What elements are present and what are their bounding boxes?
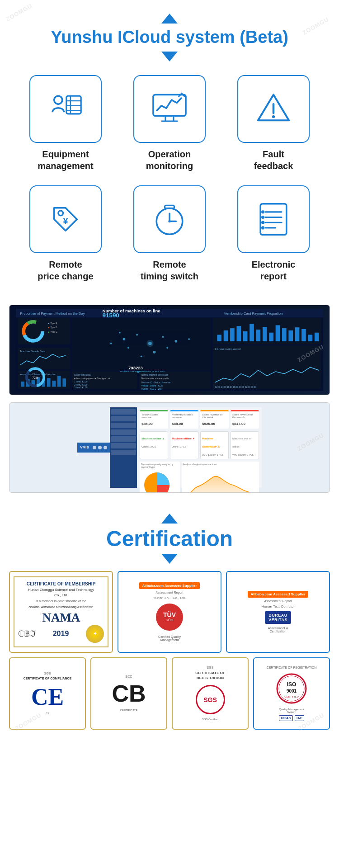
iso-footer: Quality ManagementSystem (279, 708, 304, 713)
equipment-management-icon (45, 89, 86, 129)
ukas-mark: UKAS (279, 715, 293, 721)
svg-rect-44 (72, 318, 211, 370)
machine-outofstock-card: Machine out of stock VMC quantity: 1 PCS (231, 431, 259, 459)
company-name: Hunan Zh... Co., Ltd. (153, 596, 186, 600)
svg-point-51 (153, 351, 156, 354)
svg-point-12 (58, 211, 63, 216)
svg-point-56 (119, 331, 121, 333)
svg-text:Type C: Type C (51, 330, 58, 333)
cert-seal: ✦ (86, 625, 104, 643)
remote-price-change-icon: ¥ (45, 199, 86, 240)
svg-rect-19 (260, 203, 287, 234)
svg-text:9001: 9001 (287, 689, 297, 693)
pie-chart-title: Transaction quantity analysis by payment… (141, 463, 178, 468)
ce-certificate: SGS CERTIFICATE OF COMPLIANCE CE C€ (9, 657, 86, 730)
machine-status-row: Machine online ▲ Online: 1 PCS Machine o… (140, 431, 259, 459)
sgs-logo-text: SGS (203, 696, 217, 703)
assessed-supplier-label: Alibaba.com Assessed Supplier (139, 582, 199, 589)
svg-rect-71 (282, 328, 287, 341)
svg-point-53 (141, 355, 142, 357)
nama-cert-body: Hunan Zhonggu Science and TechnologyCo.,… (28, 587, 94, 610)
transaction-area-chart: Analysis of eight-day transactions (182, 462, 259, 493)
company-name-2: Hunan Te... Co., Ltd. (261, 604, 294, 609)
sidebar-item (111, 416, 136, 421)
svg-text:91590: 91590 (103, 312, 119, 319)
svg-point-48 (162, 336, 164, 338)
feature-fault-feedback: Faultfeedback (228, 75, 319, 172)
certification-section: Certification CERTIFICATE OF MEMBERSHIP … (0, 505, 339, 734)
light-dashboard-sidebar (110, 407, 137, 488)
sidebar-item (111, 436, 136, 442)
ce-small-text: C€ (46, 712, 49, 715)
tuv-description: Certified QualityManagement (158, 635, 181, 642)
sidebar-item (111, 443, 136, 448)
svg-rect-88 (57, 376, 61, 387)
svg-rect-15 (165, 205, 174, 208)
electronic-report-label: Electronicreport (252, 259, 296, 282)
certification-title: Certification (9, 526, 330, 551)
sales-card-yesterday: Yesterday's sales revenue $88.00 (170, 410, 198, 429)
ce-cert-title: CERTIFICATE OF COMPLIANCE (24, 677, 71, 680)
card-label: Yesterday's sales revenue (172, 413, 197, 419)
svg-text:Machine ID | Status | Revenue: Machine ID | Status | Revenue (141, 381, 171, 383)
svg-text:24-hour trading record: 24-hour trading record (215, 348, 241, 350)
equipment-management-label: Equipmentmanagement (38, 148, 93, 172)
cert-top-row: CERTIFICATE OF MEMBERSHIP Hunan Zhonggu … (9, 571, 330, 653)
transaction-pie-chart: Transaction quantity analysis by payment… (140, 462, 179, 493)
light-dashboard-header: VMIS (77, 443, 110, 453)
cb-small-text: CERTIFICATE (120, 709, 138, 712)
nama-cert-header: CERTIFICATE OF MEMBERSHIP (27, 581, 96, 587)
svg-point-54 (188, 338, 190, 340)
dark-dashboard-svg: Proportion of Payment Method on the Day … (13, 309, 326, 391)
svg-rect-72 (288, 330, 293, 341)
operation-monitoring-label: Operationmonitoring (146, 148, 193, 172)
sud-text: SÜD (166, 618, 174, 622)
svg-text:3 Item3 ¥1.50: 3 Item3 ¥1.50 (74, 387, 87, 389)
pie-chart-svg (141, 469, 173, 493)
card-value: $88.00 (172, 422, 183, 426)
svg-text:Proportion of Payment Method o: Proportion of Payment Method on the Day (20, 311, 85, 316)
svg-text:VM002 | Online | ¥98: VM002 | Online | ¥98 (141, 388, 162, 391)
fault-feedback-label: Faultfeedback (254, 148, 293, 172)
watermark: ZOOMGU (296, 432, 325, 452)
svg-point-0 (54, 96, 62, 104)
svg-point-52 (166, 347, 168, 349)
machine-online-count: Online: 1 PCS (141, 445, 156, 448)
tuv-text: TÜV (163, 612, 176, 618)
svg-rect-64 (236, 326, 241, 341)
light-dashboard-image: VMIS Today's Sales revenue $85.00 (9, 402, 330, 493)
features-section: Equipmentmanagement Operationmonitoring (0, 66, 339, 300)
electronic-report-icon (253, 199, 294, 240)
svg-rect-62 (224, 330, 228, 341)
watermark: ZOOMGU (5, 2, 33, 23)
feature-remote-price-change: ¥ Remoteprice change (20, 185, 111, 282)
card-label: Sales revenue of this week (202, 413, 227, 419)
fault-feedback-icon (253, 89, 294, 129)
svg-text:Type A: Type A (51, 322, 57, 324)
sales-card-month: Sales revenue of this month $847.00 (231, 410, 259, 429)
sidebar-item (111, 409, 136, 415)
cb-certificate: BCC CB CERTIFICATE (90, 657, 167, 730)
svg-text:Normal Machine Series List: Normal Machine Series List (141, 374, 168, 376)
svg-text:Machine data summary table: Machine data summary table (141, 377, 170, 380)
bureau-veritas-certificate: Alibaba.com Assessed Supplier Assessment… (226, 571, 330, 653)
svg-text:Analysis of Sales Plan Number: Analysis of Sales Plan Number (20, 373, 56, 375)
svg-rect-89 (62, 378, 66, 387)
area-chart-title: Analysis of eight-day transactions (183, 463, 258, 466)
sidebar-item (111, 423, 136, 428)
machine-online-card: Machine online ▲ Online: 1 PCS (140, 431, 168, 459)
sgs-certificate: SGS CERTIFICATE OFREGISTRATION SGS SGS C… (172, 657, 249, 730)
card-label: Sales revenue of this month (232, 413, 257, 419)
svg-rect-86 (47, 378, 51, 387)
assessment-report-label-2: Assessment Report (264, 599, 292, 603)
cert-year: 2019 (53, 630, 69, 638)
page-title: Yunshu ICloud system (Beta) (9, 27, 330, 48)
svg-text:■: ■ (48, 326, 50, 329)
remote-timing-switch-icon (149, 199, 190, 240)
svg-point-26 (261, 221, 264, 224)
svg-rect-87 (52, 381, 56, 387)
equipment-management-icon-box (29, 75, 102, 143)
svg-text:Type B: Type B (51, 326, 57, 329)
features-row-2: ¥ Remoteprice change Remotetiming sw (14, 185, 325, 282)
svg-point-24 (261, 210, 264, 213)
